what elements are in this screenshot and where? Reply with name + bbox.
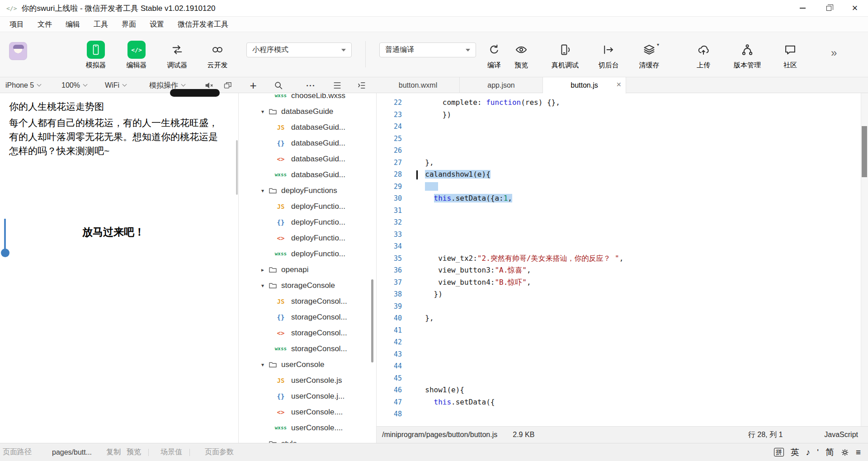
simulator-scrollbar[interactable] <box>236 140 238 195</box>
editor-button[interactable]: </>编辑器 <box>120 40 153 70</box>
zoom-select-value: 100% <box>61 77 80 93</box>
file-tree-scrollbar[interactable] <box>371 279 373 362</box>
tab-close-icon[interactable]: × <box>616 80 621 89</box>
cache-icon: ▾ <box>643 40 656 59</box>
capsule-pill[interactable] <box>170 89 220 97</box>
bottombar-item-5: 页面参数 <box>205 447 234 457</box>
tree-file-storageConsol-[interactable]: JSstorageConsol... <box>239 293 376 309</box>
tree-file-databaseGuid-[interactable]: JSdatabaseGuid... <box>239 119 376 135</box>
tab-button.wxml[interactable]: button.wxml <box>377 77 460 93</box>
tree-file-userConsole-[interactable]: <>userConsole.... <box>239 404 376 420</box>
code-editor[interactable]: 22 complete: function(res) {},23 })24252… <box>377 93 861 426</box>
menu-item-3[interactable]: 工具 <box>87 17 115 32</box>
tab-button.js[interactable]: button.js× <box>543 77 626 94</box>
restore-button[interactable] <box>816 0 842 16</box>
collapse-all-icon[interactable] <box>356 80 367 91</box>
tree-file-deployFunctio-[interactable]: JSdeployFunctio... <box>239 198 376 214</box>
zoom-select[interactable]: 100% <box>61 77 87 93</box>
ime-glyph-6[interactable]: ≡ <box>856 447 861 457</box>
user-avatar[interactable] <box>9 42 27 60</box>
upload-button[interactable]: 上传 <box>689 40 718 70</box>
caret-down-icon[interactable]: ▾ <box>259 362 266 368</box>
menu-item-5[interactable]: 设置 <box>143 17 171 32</box>
tree-item-label: storageConsol... <box>291 297 347 306</box>
tree-file-deployFunctio-[interactable]: <>deployFunctio... <box>239 230 376 246</box>
caret-right-icon[interactable]: ▸ <box>259 267 266 273</box>
bottombar-item-2[interactable]: 复制 <box>106 447 121 457</box>
miniprogram-start-button[interactable]: 放马过来吧！ <box>0 225 227 239</box>
more-options-button[interactable]: ••• <box>306 80 316 91</box>
bottombar-item-3[interactable]: 预览 <box>127 447 141 457</box>
tree-folder-userConsole[interactable]: ▾userConsole <box>239 357 376 372</box>
tab-app.json[interactable]: app.json <box>460 77 543 93</box>
minimize-button[interactable] <box>789 0 816 16</box>
version-button[interactable]: 版本管理 <box>725 40 769 70</box>
debugger-button[interactable]: 调试器 <box>161 40 193 70</box>
network-select[interactable]: WiFi <box>105 77 126 93</box>
wxss-file-icon: wxss <box>273 346 288 352</box>
community-button[interactable]: 社区 <box>776 40 805 70</box>
background-button[interactable]: 切后台 <box>589 40 628 70</box>
tree-file-databaseGuid-[interactable]: {}databaseGuid... <box>239 135 376 151</box>
device-select[interactable]: iPhone 5 <box>5 77 41 93</box>
editor-scrollbar-handle[interactable] <box>862 126 867 177</box>
menu-bar: 项目文件编辑工具界面设置微信开发者工具 <box>0 17 868 32</box>
tree-file-userConsole-js[interactable]: JSuserConsole.js <box>239 372 376 388</box>
search-icon[interactable] <box>273 80 284 91</box>
ime-glyph-0[interactable]: 拼 <box>774 448 784 456</box>
tree-folder-storageConsole[interactable]: ▾storageConsole <box>239 278 376 293</box>
menu-item-0[interactable]: 项目 <box>3 17 31 32</box>
tree-file-storageConsol-[interactable]: <>storageConsol... <box>239 325 376 341</box>
menu-item-6[interactable]: 微信开发者工具 <box>171 17 235 32</box>
tree-item-label: storageConsol... <box>291 313 347 322</box>
line-number: 30 <box>377 193 402 205</box>
tree-file-databaseGuid-[interactable]: <>databaseGuid... <box>239 151 376 167</box>
ime-glyph-1[interactable]: 英 <box>791 447 799 458</box>
tree-file-userConsole-j-[interactable]: {}userConsole.j... <box>239 388 376 404</box>
editor-scrollbar-track[interactable] <box>861 93 868 426</box>
preview-button[interactable]: 预览 <box>507 40 535 70</box>
tree-file-userConsole-[interactable]: wxssuserConsole.... <box>239 420 376 436</box>
cloud-dev-button[interactable]: 云开发 <box>201 40 234 70</box>
mode-select[interactable]: 小程序模式 <box>246 42 352 57</box>
tree-folder-databaseGuide[interactable]: ▾databaseGuide <box>239 103 376 119</box>
cursor-position[interactable]: 行 28, 列 1 <box>748 430 783 440</box>
outline-icon[interactable] <box>332 80 343 91</box>
caret-down-icon[interactable]: ▾ <box>259 282 266 289</box>
ime-glyph-4[interactable]: 简 <box>826 447 834 458</box>
toolbar-overflow-button[interactable]: » <box>831 47 837 59</box>
code-line-25: 25 <box>377 133 861 145</box>
new-file-button[interactable]: + <box>248 80 259 91</box>
detach-window-icon[interactable] <box>222 80 233 91</box>
scroll-indicator-bar[interactable] <box>4 219 6 253</box>
tree-folder-style[interactable]: ▸style <box>239 436 376 443</box>
cache-button[interactable]: ▾清缓存 <box>630 40 668 70</box>
tree-file-storageConsol-[interactable]: wxssstorageConsol... <box>239 341 376 357</box>
tree-file-databaseGuid-[interactable]: wxssdatabaseGuid... <box>239 167 376 183</box>
simulator-panel: 你的人生桃花运走势图 每个人都有自己的桃花运，有的人一生桃花旺盛，有的人却叶落凋… <box>0 93 227 443</box>
tree-file-chooseLib-wxss[interactable]: wxsschooseLib.wxss <box>239 93 376 103</box>
menu-item-4[interactable]: 界面 <box>115 17 143 32</box>
ime-glyph-3[interactable]: ' <box>817 447 819 457</box>
line-number: 23 <box>377 109 402 121</box>
simulator-button[interactable]: 模拟器 <box>80 40 112 70</box>
real-device-button[interactable]: 真机调试 <box>542 40 589 70</box>
caret-down-icon[interactable]: ▾ <box>259 108 266 115</box>
scroll-indicator-handle[interactable] <box>1 249 9 257</box>
tree-file-storageConsol-[interactable]: {}storageConsol... <box>239 309 376 325</box>
tree-file-deployFunctio-[interactable]: {}deployFunctio... <box>239 214 376 230</box>
menu-item-2[interactable]: 编辑 <box>59 17 87 32</box>
language-mode[interactable]: JavaScript <box>824 431 858 439</box>
menu-item-1[interactable]: 文件 <box>31 17 59 32</box>
caret-down-icon[interactable]: ▾ <box>259 188 266 194</box>
gear-icon[interactable] <box>841 448 849 456</box>
tree-file-deployFunctio-[interactable]: wxssdeployFunctio... <box>239 246 376 262</box>
line-number: 46 <box>377 384 402 396</box>
editor-tab-bar: button.wxmlapp.jsonbutton.js× <box>377 77 868 93</box>
compile-button[interactable]: 编译 <box>480 40 508 70</box>
compile-mode-select[interactable]: 普通编译 <box>379 42 476 57</box>
tree-folder-deployFunctions[interactable]: ▾deployFunctions <box>239 183 376 198</box>
close-button[interactable]: × <box>842 0 868 16</box>
tree-folder-openapi[interactable]: ▸openapi <box>239 262 376 278</box>
ime-glyph-2[interactable]: ♪ <box>806 447 811 457</box>
